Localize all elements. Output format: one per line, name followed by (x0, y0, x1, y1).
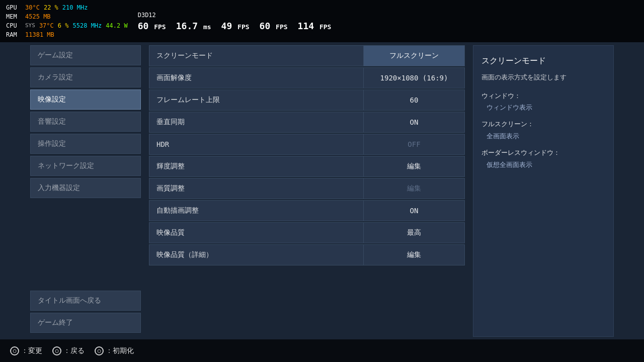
settings-label-3: 垂直同期 (149, 112, 364, 132)
ram-val: 11381 MB (25, 30, 54, 39)
bottom-hints: ○：変更○：戻る○：初期化 (10, 346, 134, 355)
settings-label-4: HDR (149, 134, 364, 154)
sidebar-item-audio-settings[interactable]: 音響設定 (30, 112, 141, 132)
fps2-display: 49 FPS (221, 21, 250, 31)
settings-value-6: 編集 (364, 178, 464, 199)
hint-icon-0: ○ (10, 346, 19, 355)
settings-row-8[interactable]: 映像品質最高 (149, 222, 465, 243)
bottom-hint-2: ○：初期化 (95, 346, 134, 355)
sidebar-menu: ゲーム設定カメラ設定映像設定音響設定操作設定ネットワーク設定入力機器設定 (30, 45, 141, 198)
settings-row-5[interactable]: 輝度調整編集 (149, 156, 465, 177)
info-section-body-1: 全画面表示 (481, 130, 605, 142)
info-sections: ウィンドウ：ウィンドウ表示フルスクリーン：全画面表示ボーダーレスウィンドウ：仮想… (481, 90, 605, 170)
info-section-title-1: フルスクリーン： (481, 118, 605, 130)
settings-label-0: スクリーンモード (149, 46, 364, 66)
settings-row-4[interactable]: HDROFF (149, 134, 465, 155)
settings-value-3: ON (364, 112, 464, 132)
bottom-bar: ○：変更○：戻る○：初期化 (0, 339, 644, 362)
ram-label: RAM (6, 30, 21, 39)
gpu-temp: 30°C (25, 3, 40, 12)
bottom-hint-1: ○：戻る (52, 346, 85, 355)
settings-row-9[interactable]: 映像品質（詳細）編集 (149, 244, 465, 265)
info-section-1: フルスクリーン：全画面表示 (481, 118, 605, 142)
sidebar-btn-quit-game[interactable]: ゲーム終了 (30, 313, 141, 333)
sidebar-item-control-settings[interactable]: 操作設定 (30, 134, 141, 154)
mem-label: MEM (6, 12, 21, 21)
settings-label-9: 映像品質（詳細） (149, 245, 364, 265)
fps1-display: 60 FPS (138, 21, 166, 31)
settings-row-0[interactable]: スクリーンモードフルスクリーン (149, 45, 465, 66)
sidebar-item-camera-settings[interactable]: カメラ設定 (30, 67, 141, 87)
fps3-display: 60 FPS (260, 21, 288, 31)
gpu-label: GPU (6, 3, 21, 12)
hud-overlay: GPU 30°C 22 % 210 MHz MEM 4525 MB CPU SY… (0, 0, 644, 42)
sidebar-item-video-settings[interactable]: 映像設定 (30, 89, 141, 110)
sidebar-btn-title-screen[interactable]: タイトル画面へ戻る (30, 291, 141, 311)
fps4-display: 114 FPS (298, 21, 332, 31)
hint-label-1: ：戻る (63, 346, 85, 355)
cpu-label: CPU (6, 21, 21, 30)
settings-label-2: フレームレート上限 (149, 90, 364, 110)
settings-value-7: ON (364, 201, 464, 221)
settings-panel: スクリーンモードフルスクリーン画面解像度1920×1080 (16:9)フレーム… (149, 45, 465, 337)
settings-value-4: OFF (364, 134, 464, 154)
cpu-power: 44.2 W (106, 21, 127, 30)
settings-row-3[interactable]: 垂直同期ON (149, 112, 465, 133)
gpu-usage: 22 % (44, 3, 58, 12)
settings-label-1: 画面解像度 (149, 68, 364, 88)
sidebar-item-input-settings[interactable]: 入力機器設定 (30, 178, 141, 198)
settings-value-5: 編集 (364, 156, 464, 176)
hint-label-2: ：初期化 (106, 346, 134, 355)
main-container: ゲーム設定カメラ設定映像設定音響設定操作設定ネットワーク設定入力機器設定 タイト… (30, 45, 614, 337)
hud-stats: GPU 30°C 22 % 210 MHz MEM 4525 MB CPU SY… (6, 3, 128, 39)
settings-value-2: 60 (364, 90, 464, 110)
ms-display: 16.7 ms (176, 21, 211, 31)
info-section-body-2: 仮想全画面表示 (481, 159, 605, 170)
sys-label: SYS (25, 22, 35, 30)
bottom-hint-0: ○：変更 (10, 346, 42, 355)
info-title: スクリーンモード (481, 54, 605, 68)
info-section-title-2: ボーダーレスウィンドウ： (481, 147, 605, 158)
settings-row-7[interactable]: 自動描画調整ON (149, 200, 465, 221)
hint-label-0: ：変更 (21, 346, 42, 355)
sidebar-item-game-settings[interactable]: ゲーム設定 (30, 45, 141, 65)
settings-value-9: 編集 (364, 245, 464, 265)
cpu-freq: 5528 MHz (72, 21, 102, 30)
hud-fps-block: D3D12 60 FPS 16.7 ms 49 FPS 60 FPS 114 F… (138, 12, 332, 31)
settings-label-6: 画質調整 (149, 178, 364, 199)
hud-d3d-label: D3D12 (138, 12, 156, 19)
info-desc: 画面の表示方式を設定します (481, 72, 605, 83)
settings-label-7: 自動描画調整 (149, 201, 364, 221)
hint-icon-2: ○ (95, 346, 104, 355)
settings-value-0: フルスクリーン (364, 46, 464, 66)
settings-row-1[interactable]: 画面解像度1920×1080 (16:9) (149, 67, 465, 88)
settings-label-5: 輝度調整 (149, 156, 364, 176)
hint-icon-1: ○ (52, 346, 61, 355)
settings-value-1: 1920×1080 (16:9) (364, 68, 464, 88)
sidebar-item-network-settings[interactable]: ネットワーク設定 (30, 156, 141, 176)
settings-label-8: 映像品質 (149, 223, 364, 243)
sidebar: ゲーム設定カメラ設定映像設定音響設定操作設定ネットワーク設定入力機器設定 タイト… (30, 45, 141, 337)
mem-val: 4525 MB (25, 12, 51, 21)
info-section-0: ウィンドウ：ウィンドウ表示 (481, 90, 605, 114)
sidebar-bottom: タイトル画面へ戻るゲーム終了 (30, 291, 141, 333)
gpu-freq: 210 MHz (62, 3, 88, 12)
settings-row-2[interactable]: フレームレート上限60 (149, 89, 465, 111)
info-section-title-0: ウィンドウ： (481, 90, 605, 102)
settings-value-8: 最高 (364, 223, 464, 243)
info-section-2: ボーダーレスウィンドウ：仮想全画面表示 (481, 147, 605, 170)
cpu-usage: 6 % (58, 21, 69, 30)
cpu-temp: 37°C (39, 21, 54, 30)
info-section-body-0: ウィンドウ表示 (481, 102, 605, 113)
settings-row-6[interactable]: 画質調整編集 (149, 178, 465, 199)
info-panel: スクリーンモード 画面の表示方式を設定します ウィンドウ：ウィンドウ表示フルスク… (473, 45, 614, 337)
